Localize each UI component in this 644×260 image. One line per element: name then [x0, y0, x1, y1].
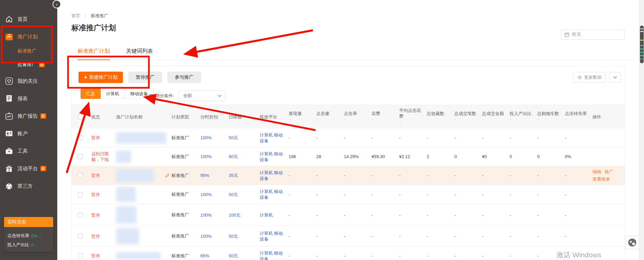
sidebar-item[interactable]: 推广计划	[0, 29, 57, 44]
sidebar-item[interactable]: 活动平台 新	[0, 161, 57, 176]
daily-limit-link[interactable]: 60元	[229, 154, 238, 159]
daily-limit-link[interactable]: 50元	[229, 135, 238, 141]
column-header[interactable]: 分时折扣	[199, 105, 227, 128]
sort-ascending-icon[interactable]: ↑	[565, 117, 567, 123]
action-link[interactable]: 推广	[605, 169, 613, 175]
device-subtab[interactable]: 计算机	[101, 88, 125, 99]
sort-ascending-icon[interactable]: ↑	[454, 117, 456, 123]
column-header[interactable]: 投放平台	[258, 105, 287, 128]
metric-value: -	[289, 253, 290, 258]
edit-pencil-icon[interactable]	[165, 173, 169, 178]
main-content: 首页 › 标准推广 标准推广计划 昨天 标准推广计划关键词列表 + 新建推广计划…	[57, 0, 644, 260]
more-data-button[interactable]: 更多数据	[573, 72, 606, 83]
column-header[interactable]: 点击转化率 ↑	[564, 105, 591, 128]
sort-ascending-icon[interactable]: ↑	[482, 117, 484, 123]
metric-value: -	[344, 192, 345, 197]
sort-ascending-icon[interactable]: ↑	[399, 120, 401, 126]
plan-type-text: 标准推广	[171, 253, 189, 259]
metric-value: -	[372, 234, 373, 239]
sort-ascending-icon[interactable]: ↑	[344, 117, 346, 123]
plan-type-text: 标准推广	[171, 135, 189, 141]
sidebar-item[interactable]: 标准推广	[0, 44, 57, 58]
daily-limit-link[interactable]: 50元	[229, 253, 238, 259]
table-row: 暂停 标准推广 100% 50元 计算机 移动设备 -----------	[72, 226, 625, 247]
column-header[interactable]: 日限额	[227, 105, 258, 128]
column-header[interactable]: 总成交金额 ↑	[481, 105, 508, 128]
realtime-metric-row: 投入产出比 0 ↓	[7, 242, 50, 248]
metric-value: -	[344, 173, 345, 178]
sidebar-collapse-button[interactable]: ‹	[53, 0, 61, 8]
pause-campaign-button[interactable]: 暂停推广	[128, 72, 162, 83]
scrollbar-track[interactable]	[639, 0, 644, 260]
column-header[interactable]: 总成交笔数 ↑	[453, 105, 481, 128]
discount-link[interactable]: 100%	[200, 233, 212, 239]
metric-value: -	[510, 213, 511, 218]
metric-value: 0%	[565, 154, 571, 159]
plan-name-blur	[116, 187, 136, 202]
sidebar-item[interactable]: 推广报告 新	[0, 108, 57, 124]
segment-filter-select[interactable]: 全部	[179, 90, 225, 101]
discount-link[interactable]: 100%	[200, 212, 212, 218]
status-text: 暂停	[91, 135, 100, 141]
column-header[interactable]: 投入产出比 ↑	[508, 105, 536, 128]
action-link[interactable]: 编辑	[592, 169, 601, 175]
sidebar-item[interactable]: 工具	[0, 143, 57, 159]
column-header[interactable]: 状态	[90, 105, 115, 128]
column-header[interactable]: 点击率 ↑	[343, 105, 370, 128]
sort-ascending-icon[interactable]: ↑	[289, 117, 291, 123]
daily-limit-link[interactable]: 100元	[229, 212, 240, 218]
expand-panel-button[interactable]	[609, 72, 621, 83]
select-all-checkbox[interactable]	[78, 114, 83, 119]
sidebar-item[interactable]: 报表	[0, 91, 57, 106]
column-header[interactable]: 总收藏数 ↑	[425, 105, 453, 128]
row-checkbox[interactable]	[78, 253, 83, 258]
column-header[interactable]: 花费 ↑	[370, 105, 398, 128]
join-campaign-button[interactable]: 参与推广	[167, 72, 201, 83]
sidebar-item[interactable]: 第三方	[0, 178, 57, 194]
daily-limit-link[interactable]: 50元	[229, 233, 238, 239]
discount-link[interactable]: 100%	[200, 192, 212, 197]
column-header[interactable]: 平均点击花费 ↑	[398, 105, 425, 128]
column-header[interactable]: 总购物车数 ↑	[536, 105, 564, 128]
floating-widget-button[interactable]	[625, 236, 639, 249]
row-checkbox[interactable]	[78, 213, 83, 218]
row-checkbox[interactable]	[78, 192, 83, 197]
breadcrumb-home[interactable]: 首页	[71, 13, 80, 18]
metric-value: 2	[427, 154, 429, 159]
sort-ascending-icon[interactable]: ↑	[510, 117, 512, 123]
sidebar-item[interactable]: 账户	[0, 126, 57, 141]
breadcrumb-separator-icon: ›	[85, 13, 86, 18]
date-range-picker[interactable]: 昨天	[561, 30, 625, 40]
sidebar-item[interactable]: 首页	[0, 11, 57, 27]
action-link[interactable]: 查看报表	[592, 176, 610, 182]
discount-link[interactable]: 65%	[200, 253, 209, 259]
scrollbar-thumb[interactable]	[640, 26, 644, 63]
row-checkbox[interactable]	[78, 173, 83, 178]
column-header[interactable]: 展现量 ↑	[287, 105, 315, 128]
column-header[interactable]: 推广计划名称	[115, 105, 170, 128]
sort-ascending-icon[interactable]: ↑	[427, 117, 429, 123]
status-text: 暂停	[91, 173, 100, 178]
discount-link[interactable]: 100%	[200, 135, 212, 141]
column-header[interactable]: 操作	[591, 105, 620, 128]
daily-limit-link[interactable]: 35元	[229, 173, 238, 178]
sidebar-item[interactable]: 批量推广 新	[0, 58, 57, 71]
row-checkbox[interactable]	[78, 135, 83, 140]
device-subtab[interactable]: 汇总	[80, 88, 101, 99]
column-header[interactable]: 点击量 ↑	[315, 105, 343, 128]
metric-value: -	[454, 213, 456, 218]
sort-ascending-icon[interactable]: ↑	[316, 117, 318, 123]
column-header[interactable]: 计划类型	[170, 105, 199, 128]
sidebar-item[interactable]: 我的关注	[0, 73, 57, 89]
sort-ascending-icon[interactable]: ↑	[537, 117, 539, 123]
metric-value: -	[537, 173, 539, 178]
discount-link[interactable]: 95%	[200, 173, 209, 178]
tab[interactable]: 标准推广计划	[77, 48, 110, 60]
tab[interactable]: 关键词列表	[126, 48, 153, 60]
daily-limit-link[interactable]: 50元	[229, 192, 238, 197]
discount-link[interactable]: 100%	[200, 154, 212, 159]
sort-ascending-icon[interactable]: ↑	[372, 117, 374, 123]
row-checkbox[interactable]	[78, 234, 83, 239]
row-checkbox[interactable]	[78, 154, 83, 159]
new-campaign-button[interactable]: + 新建推广计划	[78, 72, 123, 83]
